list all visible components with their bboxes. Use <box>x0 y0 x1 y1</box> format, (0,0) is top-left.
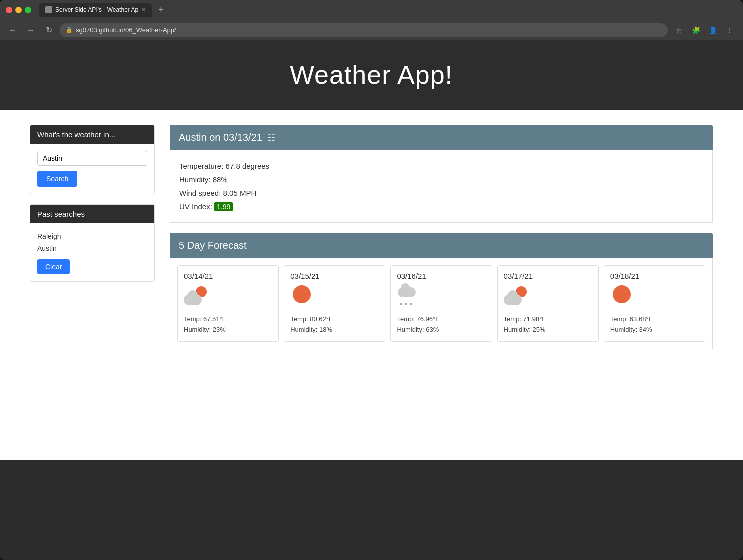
browser-content: Weather App! What's the weather in... Se… <box>0 40 743 460</box>
clear-button[interactable]: Clear <box>38 260 70 274</box>
past-searches-body: Raleigh Austin Clear <box>30 224 154 282</box>
forecast-info-1: Temp: 67.51°F Humidity: 23% <box>184 314 272 336</box>
cloud-part-2 <box>504 294 522 306</box>
page-body: What's the weather in... Search Past sea… <box>0 110 743 460</box>
forecast-icon-4 <box>504 286 529 310</box>
forecast-humidity-5: Humidity: 34% <box>610 325 699 336</box>
partly-cloudy-icon <box>184 286 209 308</box>
tab-favicon <box>46 6 52 14</box>
forecast-humidity-1: Humidity: 23% <box>184 325 272 336</box>
uv-label: UV Index: <box>180 202 212 211</box>
forecast-temp-5: Temp: 63.68°F <box>610 314 699 325</box>
cloud-part <box>184 294 202 306</box>
forecast-humidity-4: Humidity: 25% <box>504 325 592 336</box>
forecast-icon-2 <box>290 286 316 310</box>
bookmark-button[interactable]: ☆ <box>672 24 686 38</box>
sidebar: What's the weather in... Search Past sea… <box>30 125 155 445</box>
sun-icon <box>293 286 311 304</box>
current-weather-details: Temperature: 67.8 degrees Humidity: 88% … <box>170 150 713 223</box>
forecast-card-3: 03/16/21 Temp: 76.96°F <box>390 266 492 342</box>
minimize-button[interactable] <box>16 7 22 14</box>
search-section-header: What's the weather in... <box>30 126 154 144</box>
back-button[interactable]: ← <box>6 24 20 38</box>
partly-cloudy-icon-2 <box>504 286 529 308</box>
sun-icon-2 <box>613 286 631 304</box>
forecast-section: 5 Day Forecast 03/14/21 <box>170 233 713 350</box>
active-tab[interactable]: Server Side API's - Weather Ap ✕ <box>40 3 152 17</box>
forecast-temp-1: Temp: 67.51°F <box>184 314 272 325</box>
extensions-button[interactable]: 🧩 <box>689 24 703 38</box>
browser-toolbar: ← → ↻ 🔒 sg0703.github.io/06_Weather-App/… <box>0 20 743 40</box>
browser-window: Server Side API's - Weather Ap ✕ + ← → ↻… <box>0 0 743 560</box>
forecast-card-1: 03/14/21 Temp: 67.51°F Humidity: 23% <box>178 266 279 342</box>
humidity-line: Humidity: 88% <box>180 173 704 186</box>
past-searches-header: Past searches <box>30 205 154 224</box>
lock-icon: 🔒 <box>66 27 73 34</box>
forecast-icon-3 <box>397 286 422 310</box>
uv-value: 1.99 <box>214 202 233 212</box>
search-section: What's the weather in... Search <box>30 125 155 194</box>
forecast-card-5: 03/18/21 Temp: 63.68°F Humidity: 34% <box>604 266 706 342</box>
wind-speed-line: Wind speed: 8.05 MPH <box>180 186 704 200</box>
close-button[interactable] <box>6 7 12 14</box>
forecast-icon-1 <box>184 286 209 310</box>
forecast-temp-4: Temp: 71.98°F <box>504 314 592 325</box>
snow-dot-1 <box>400 303 402 306</box>
forecast-humidity-3: Humidity: 63% <box>397 325 486 336</box>
past-search-raleigh[interactable]: Raleigh <box>38 230 148 242</box>
snow-icon <box>397 286 422 308</box>
current-weather-section: Austin on 03/13/21 ☷ Temperature: 67.8 d… <box>170 125 713 223</box>
forecast-date-2: 03/15/21 <box>290 272 379 280</box>
snow-dot-2 <box>405 303 408 306</box>
forecast-info-4: Temp: 71.98°F Humidity: 25% <box>504 314 592 336</box>
browser-titlebar: Server Side API's - Weather Ap ✕ + <box>0 0 743 20</box>
forecast-date-4: 03/17/21 <box>504 272 592 280</box>
forecast-card-2: 03/15/21 Temp: 80.62°F Humidity: 18% <box>284 266 386 342</box>
search-input[interactable] <box>38 151 148 166</box>
tab-title: Server Side API's - Weather Ap <box>56 6 138 14</box>
search-section-body: Search <box>30 144 154 194</box>
forecast-temp-3: Temp: 76.96°F <box>397 314 486 325</box>
wind-icon: ☷ <box>268 132 276 144</box>
maximize-button[interactable] <box>25 7 32 14</box>
uv-line: UV Index: 1.99 <box>180 200 704 214</box>
forecast-title: 5 Day Forecast <box>179 240 247 251</box>
forecast-humidity-2: Humidity: 18% <box>290 325 379 336</box>
url-text: sg0703.github.io/06_Weather-App/ <box>76 26 176 34</box>
past-searches-section: Past searches Raleigh Austin Clear <box>30 204 155 282</box>
profile-button[interactable]: 👤 <box>706 24 720 38</box>
forecast-info-3: Temp: 76.96°F Humidity: 63% <box>397 314 486 336</box>
search-button[interactable]: Search <box>38 171 78 187</box>
current-weather-title: Austin on 03/13/21 <box>179 132 262 144</box>
forecast-date-3: 03/16/21 <box>397 272 486 280</box>
forecast-date-1: 03/14/21 <box>184 272 272 280</box>
past-search-austin[interactable]: Austin <box>38 242 148 254</box>
current-weather-header: Austin on 03/13/21 ☷ <box>170 125 713 150</box>
forward-button[interactable]: → <box>24 24 38 38</box>
tab-bar: Server Side API's - Weather Ap ✕ + <box>40 3 737 17</box>
forecast-info-5: Temp: 63.68°F Humidity: 34% <box>610 314 699 336</box>
toolbar-actions: ☆ 🧩 👤 ⋮ <box>672 24 737 38</box>
tab-close-button[interactable]: ✕ <box>142 7 146 14</box>
page-title: Weather App! <box>0 60 743 90</box>
main-content: Austin on 03/13/21 ☷ Temperature: 67.8 d… <box>170 125 713 445</box>
forecast-card-4: 03/17/21 Temp: 71.98°F Humidity: 25% <box>498 266 599 342</box>
traffic-lights <box>6 7 32 14</box>
temperature-line: Temperature: 67.8 degrees <box>180 160 704 173</box>
snow-dot-3 <box>410 303 412 306</box>
new-tab-button[interactable]: + <box>154 3 168 17</box>
forecast-header: 5 Day Forecast <box>170 233 713 258</box>
forecast-cards: 03/14/21 Temp: 67.51°F Humidity: 23% <box>170 258 713 350</box>
address-bar[interactable]: 🔒 sg0703.github.io/06_Weather-App/ <box>60 24 668 38</box>
cloud-main <box>398 288 416 298</box>
forecast-info-2: Temp: 80.62°F Humidity: 18% <box>290 314 379 336</box>
menu-button[interactable]: ⋮ <box>723 24 737 38</box>
page-header: Weather App! <box>0 40 743 110</box>
reload-button[interactable]: ↻ <box>42 24 56 38</box>
forecast-icon-5 <box>610 286 636 310</box>
forecast-date-5: 03/18/21 <box>610 272 699 280</box>
forecast-temp-2: Temp: 80.62°F <box>290 314 379 325</box>
